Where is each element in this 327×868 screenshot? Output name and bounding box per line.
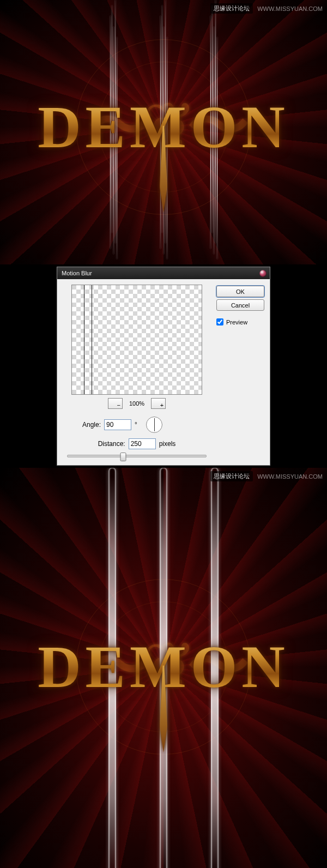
watermark: 思缘设计论坛 WWW.MISSYUAN.COM	[210, 3, 323, 14]
watermark-url: WWW.MISSYUAN.COM	[257, 5, 323, 12]
angle-dial[interactable]	[146, 417, 162, 433]
watermark: 思缘设计论坛 WWW.MISSYUAN.COM	[210, 471, 323, 481]
cancel-button[interactable]: Cancel	[216, 299, 264, 311]
artwork-title: DEMON	[38, 92, 289, 161]
preview-checkbox-label: Preview	[226, 319, 247, 326]
distance-unit: pixels	[159, 440, 176, 448]
dialog-title: Motion Blur	[62, 270, 92, 276]
slider-thumb[interactable]	[120, 453, 126, 461]
preview-thumbnail[interactable]	[71, 285, 202, 395]
zoom-out-button[interactable]: −	[108, 398, 123, 409]
artwork-title: DEMON	[38, 632, 289, 701]
zoom-percent: 100%	[129, 400, 144, 407]
artwork-before: 〜❦〜 DEMON 思缘设计论坛 WWW.MISSYUAN.COM	[0, 0, 327, 264]
angle-input[interactable]	[104, 419, 131, 430]
artwork-after: 〜❦〜 DEMON 思缘设计论坛 WWW.MISSYUAN.COM	[0, 468, 327, 868]
distance-label: Distance:	[98, 440, 125, 448]
watermark-logo: 思缘设计论坛	[210, 471, 253, 481]
zoom-in-button[interactable]: +	[151, 398, 166, 409]
motion-blur-dialog: Motion Blur − 100% + Angle: °	[57, 267, 270, 466]
close-orb-icon[interactable]	[259, 270, 267, 277]
distance-input[interactable]	[129, 438, 156, 449]
preview-toggle[interactable]: Preview	[216, 318, 264, 326]
ok-button[interactable]: OK	[216, 286, 264, 297]
dialog-titlebar[interactable]: Motion Blur	[57, 267, 270, 279]
watermark-url: WWW.MISSYUAN.COM	[257, 473, 323, 480]
dialog-backdrop: Motion Blur − 100% + Angle: °	[0, 264, 327, 468]
watermark-logo: 思缘设计论坛	[210, 3, 253, 14]
distance-slider[interactable]	[67, 455, 207, 457]
angle-label: Angle:	[82, 421, 101, 429]
preview-checkbox[interactable]	[216, 318, 223, 326]
angle-unit: °	[135, 421, 137, 429]
